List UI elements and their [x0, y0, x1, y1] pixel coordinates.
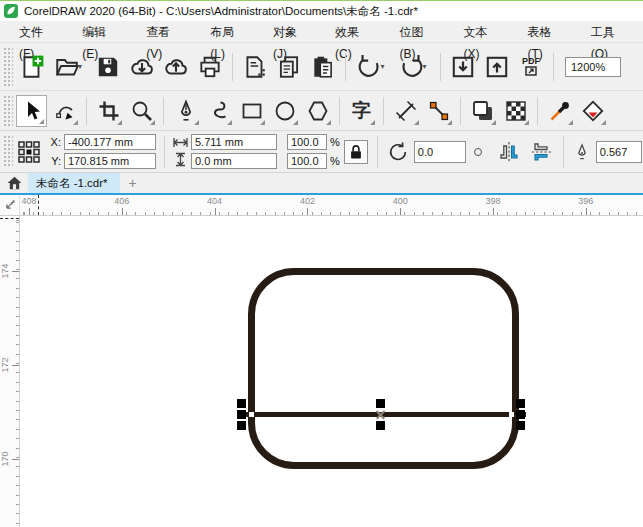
export-button[interactable]	[482, 52, 512, 82]
ruler-origin-corner[interactable]	[0, 195, 20, 215]
toolbox-separator	[86, 97, 87, 125]
home-icon	[7, 176, 22, 190]
menu-object[interactable]: 对象(J)	[260, 21, 322, 43]
print-button[interactable]	[195, 52, 225, 82]
polygon-tool[interactable]	[302, 95, 333, 127]
window-title: CorelDRAW 2020 (64-Bit) - C:\Users\Admin…	[24, 4, 418, 19]
menu-tools[interactable]: 工具(O)	[578, 21, 643, 43]
selection-handle-bottom-center[interactable]	[376, 421, 385, 430]
line-end-node-left[interactable]	[249, 412, 254, 417]
horizontal-ruler[interactable]: 408406404402400398396	[20, 195, 643, 215]
drop-shadow-tool[interactable]	[467, 95, 498, 127]
selection-handle-middle-right[interactable]	[516, 410, 525, 419]
zoom-level-combo[interactable]: 1200%	[565, 57, 621, 77]
menu-file[interactable]: 文件(F)	[6, 21, 69, 43]
toolbox-grip[interactable]	[3, 95, 13, 126]
vertical-ruler[interactable]: 174172170	[0, 216, 20, 527]
coreldraw-logo-icon	[4, 4, 18, 18]
rounded-rectangle-object[interactable]	[248, 268, 519, 469]
new-document-button[interactable]	[17, 52, 47, 82]
open-from-cloud-button[interactable]	[127, 52, 157, 82]
menu-effects[interactable]: 效果(C)	[322, 21, 387, 43]
menu-table[interactable]: 表格(T)	[514, 21, 577, 43]
shape-edit-icon	[53, 99, 77, 123]
object-center-marker[interactable]	[376, 410, 385, 419]
propbar-separator	[377, 136, 378, 168]
selection-handle-bottom-right[interactable]	[516, 421, 525, 430]
paste-button[interactable]	[308, 52, 338, 82]
import-button[interactable]	[448, 52, 478, 82]
freehand-tool[interactable]	[203, 95, 234, 127]
publish-pdf-button[interactable]: PDF	[516, 52, 546, 82]
degree-symbol	[474, 148, 482, 156]
open-dropdown-caret[interactable]: ▾	[78, 62, 86, 71]
object-position-fields: X: -400.177 mm Y: 170.815 mm	[47, 134, 156, 169]
menu-view[interactable]: 查看(V)	[133, 21, 197, 43]
selection-handle-top-right[interactable]	[516, 399, 525, 408]
undo-button[interactable]: ▾	[353, 52, 391, 82]
zoom-tool[interactable]	[126, 95, 157, 127]
h-ruler-label: 400	[380, 196, 420, 206]
mirror-vertical-button[interactable]	[528, 141, 554, 163]
selection-handle-bottom-left[interactable]	[237, 421, 246, 430]
ellipse-tool[interactable]	[269, 95, 300, 127]
x-position-field[interactable]: -400.177 mm	[64, 134, 156, 150]
crop-tool[interactable]	[93, 95, 124, 127]
print-merge-button[interactable]	[240, 52, 270, 82]
scale-x-field[interactable]: 100.0	[287, 134, 327, 150]
content-area: 174172170	[0, 216, 643, 527]
toolbox-separator	[537, 97, 538, 125]
shape-tool[interactable]	[49, 95, 80, 127]
rotation-angle-field[interactable]: 0.0	[414, 141, 466, 163]
selection-handle-top-center[interactable]	[376, 399, 385, 408]
lock-ratio-button[interactable]	[344, 140, 368, 164]
object-width-field[interactable]: 5.711 mm	[191, 134, 277, 150]
document-tab-active[interactable]: 未命名 -1.cdr*	[28, 173, 120, 193]
toolbox: 字	[0, 91, 643, 131]
selection-handle-top-left[interactable]	[237, 399, 246, 408]
redo-dropdown-caret[interactable]: ▾	[423, 62, 431, 71]
open-button[interactable]: ▾	[51, 52, 89, 82]
copy-button[interactable]	[274, 52, 304, 82]
scale-y-field[interactable]: 100.0	[287, 153, 327, 169]
outline-width-icon	[573, 143, 591, 161]
ruler-row: 408406404402400398396	[0, 195, 643, 216]
y-position-field[interactable]: 170.815 mm	[64, 153, 156, 169]
welcome-home-button[interactable]	[0, 173, 28, 193]
menu-text[interactable]: 文本(X)	[451, 21, 515, 43]
save-to-cloud-button[interactable]	[161, 52, 191, 82]
redo-button[interactable]: ▾	[395, 52, 433, 82]
pen-tool[interactable]	[170, 95, 201, 127]
color-eyedropper-tool[interactable]	[544, 95, 575, 127]
menu-bitmaps[interactable]: 位图(B)	[387, 21, 451, 43]
connector-tool[interactable]	[423, 95, 454, 127]
pick-tool[interactable]	[16, 95, 47, 127]
toolbar-grip[interactable]	[3, 47, 13, 86]
new-tab-button[interactable]: +	[120, 173, 146, 193]
outline-width-field[interactable]: 0.567	[596, 141, 642, 163]
h-ruler-major-tick	[215, 208, 216, 215]
selection-handle-middle-left[interactable]	[237, 410, 246, 419]
zoom-level-value: 1200%	[571, 61, 605, 73]
mirror-horizontal-button[interactable]	[496, 141, 522, 163]
cloud-download-icon	[128, 53, 156, 81]
toolbox-separator	[339, 97, 340, 125]
undo-dropdown-caret[interactable]: ▾	[381, 62, 389, 71]
propbar-separator	[164, 136, 165, 168]
transparency-tool[interactable]	[500, 95, 531, 127]
line-end-node-right[interactable]	[509, 412, 514, 417]
rectangle-tool[interactable]	[236, 95, 267, 127]
menu-edit[interactable]: 编辑(E)	[69, 21, 133, 43]
toolbar-separator	[345, 53, 346, 81]
dimension-tool[interactable]	[390, 95, 421, 127]
text-tool[interactable]: 字	[346, 95, 377, 127]
text-tool-icon: 字	[352, 101, 371, 120]
scale-fields: 100.0 % 100.0 %	[287, 134, 340, 169]
menu-layout[interactable]: 布局(L)	[197, 21, 260, 43]
smart-fill-tool[interactable]	[577, 95, 608, 127]
object-height-field[interactable]: 0.0 mm	[191, 153, 277, 169]
menu-bar: 文件(F) 编辑(E) 查看(V) 布局(L) 对象(J) 效果(C) 位图(B…	[0, 21, 643, 43]
drawing-canvas[interactable]	[20, 216, 643, 527]
propbar-grip[interactable]	[3, 135, 13, 168]
save-button[interactable]	[93, 52, 123, 82]
